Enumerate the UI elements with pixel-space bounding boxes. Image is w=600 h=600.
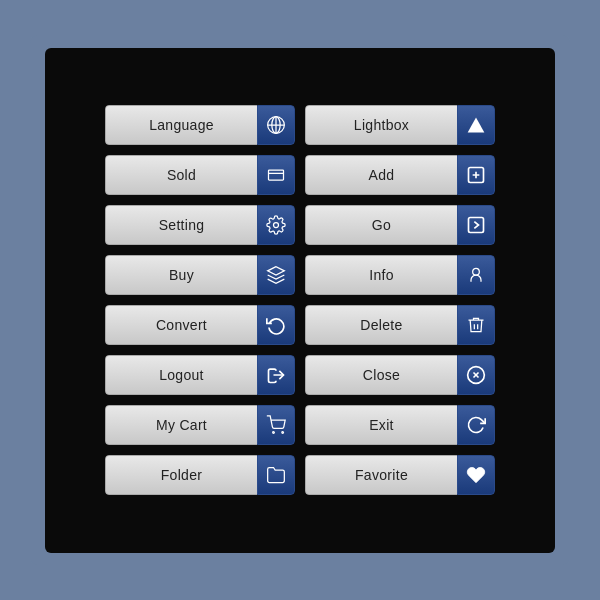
- btn-label-close: Close: [305, 355, 457, 395]
- btn-icon-setting: [257, 205, 295, 245]
- btn-icon-language: [257, 105, 295, 145]
- btn-label-language: Language: [105, 105, 257, 145]
- btn-icon-buy: [257, 255, 295, 295]
- btn-go[interactable]: Go: [305, 205, 495, 245]
- btn-logout[interactable]: Logout: [105, 355, 295, 395]
- btn-icon-add: [457, 155, 495, 195]
- btn-favorite[interactable]: Favorite: [305, 455, 495, 495]
- btn-label-sold: Sold: [105, 155, 257, 195]
- btn-exit[interactable]: Exit: [305, 405, 495, 445]
- btn-convert[interactable]: Convert: [105, 305, 295, 345]
- btn-label-lightbox: Lightbox: [305, 105, 457, 145]
- btn-icon-folder: [257, 455, 295, 495]
- btn-language[interactable]: Language: [105, 105, 295, 145]
- btn-label-convert: Convert: [105, 305, 257, 345]
- btn-icon-go: [457, 205, 495, 245]
- btn-icon-favorite: [457, 455, 495, 495]
- btn-label-add: Add: [305, 155, 457, 195]
- btn-label-logout: Logout: [105, 355, 257, 395]
- btn-label-my-cart: My Cart: [105, 405, 257, 445]
- btn-label-favorite: Favorite: [305, 455, 457, 495]
- svg-point-18: [282, 432, 284, 434]
- btn-label-setting: Setting: [105, 205, 257, 245]
- btn-info[interactable]: Info: [305, 255, 495, 295]
- svg-point-17: [273, 432, 275, 434]
- btn-icon-delete: [457, 305, 495, 345]
- buttons-grid: LanguageLightboxSoldAddSettingGoBuyInfoC…: [85, 85, 515, 515]
- svg-rect-11: [469, 218, 484, 233]
- btn-label-buy: Buy: [105, 255, 257, 295]
- btn-lightbox[interactable]: Lightbox: [305, 105, 495, 145]
- btn-my-cart[interactable]: My Cart: [105, 405, 295, 445]
- btn-folder[interactable]: Folder: [105, 455, 295, 495]
- btn-buy[interactable]: Buy: [105, 255, 295, 295]
- btn-icon-exit: [457, 405, 495, 445]
- btn-icon-lightbox: [457, 105, 495, 145]
- btn-label-info: Info: [305, 255, 457, 295]
- svg-rect-5: [269, 170, 284, 180]
- btn-setting[interactable]: Setting: [105, 205, 295, 245]
- btn-sold[interactable]: Sold: [105, 155, 295, 195]
- outer-frame: LanguageLightboxSoldAddSettingGoBuyInfoC…: [30, 35, 570, 565]
- inner-panel: LanguageLightboxSoldAddSettingGoBuyInfoC…: [45, 48, 555, 553]
- svg-point-10: [274, 223, 279, 228]
- btn-icon-logout: [257, 355, 295, 395]
- btn-icon-my-cart: [257, 405, 295, 445]
- btn-label-delete: Delete: [305, 305, 457, 345]
- btn-icon-sold: [257, 155, 295, 195]
- btn-label-folder: Folder: [105, 455, 257, 495]
- btn-icon-info: [457, 255, 495, 295]
- btn-close[interactable]: Close: [305, 355, 495, 395]
- btn-icon-close: [457, 355, 495, 395]
- btn-icon-convert: [257, 305, 295, 345]
- svg-point-12: [473, 268, 480, 275]
- svg-marker-4: [468, 118, 485, 133]
- btn-label-go: Go: [305, 205, 457, 245]
- btn-delete[interactable]: Delete: [305, 305, 495, 345]
- btn-label-exit: Exit: [305, 405, 457, 445]
- btn-add[interactable]: Add: [305, 155, 495, 195]
